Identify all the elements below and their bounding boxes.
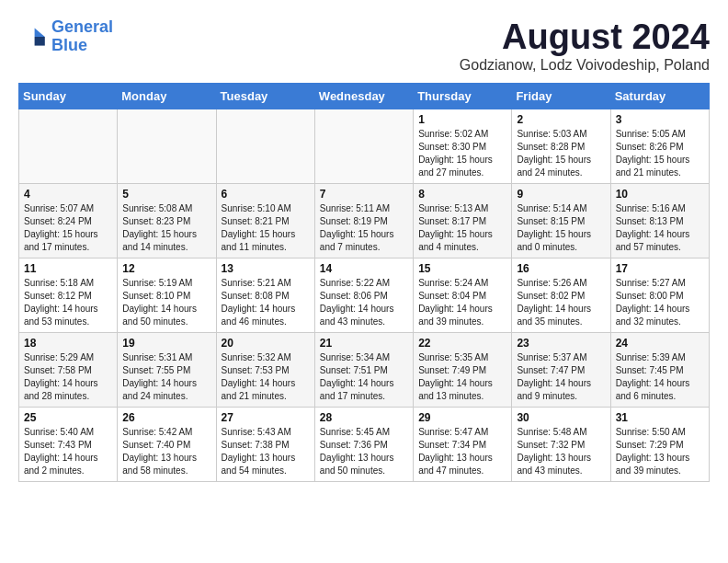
day-number: 5 (122, 188, 210, 201)
day-info: Sunrise: 5:40 AM Sunset: 7:43 PM Dayligh… (24, 426, 112, 477)
day-number: 20 (222, 337, 310, 350)
calendar-cell: 22Sunrise: 5:35 AM Sunset: 7:49 PM Dayli… (414, 332, 512, 407)
day-info: Sunrise: 5:45 AM Sunset: 7:36 PM Dayligh… (320, 426, 408, 477)
day-info: Sunrise: 5:24 AM Sunset: 8:04 PM Dayligh… (418, 277, 506, 328)
calendar-header-row: SundayMondayTuesdayWednesdayThursdayFrid… (19, 83, 710, 109)
logo-icon (18, 22, 48, 52)
day-info: Sunrise: 5:43 AM Sunset: 7:38 PM Dayligh… (222, 426, 310, 477)
day-number: 12 (122, 262, 210, 275)
day-info: Sunrise: 5:42 AM Sunset: 7:40 PM Dayligh… (122, 426, 210, 477)
day-number: 2 (517, 113, 605, 126)
calendar-cell: 21Sunrise: 5:34 AM Sunset: 7:51 PM Dayli… (314, 332, 413, 407)
day-header-wednesday: Wednesday (314, 83, 413, 109)
calendar-cell: 8Sunrise: 5:13 AM Sunset: 8:17 PM Daylig… (414, 183, 512, 258)
day-info: Sunrise: 5:34 AM Sunset: 7:51 PM Dayligh… (320, 351, 408, 403)
calendar-cell (216, 109, 314, 183)
calendar-cell (314, 109, 413, 183)
day-header-friday: Friday (512, 83, 610, 109)
day-info: Sunrise: 5:18 AM Sunset: 8:12 PM Dayligh… (24, 277, 112, 328)
calendar-cell: 23Sunrise: 5:37 AM Sunset: 7:47 PM Dayli… (512, 332, 610, 407)
day-header-tuesday: Tuesday (216, 83, 314, 109)
calendar-week-4: 18Sunrise: 5:29 AM Sunset: 7:58 PM Dayli… (19, 332, 710, 407)
day-number: 9 (517, 188, 605, 201)
day-info: Sunrise: 5:31 AM Sunset: 7:55 PM Dayligh… (122, 351, 210, 403)
day-info: Sunrise: 5:13 AM Sunset: 8:17 PM Dayligh… (418, 202, 506, 254)
calendar-week-5: 25Sunrise: 5:40 AM Sunset: 7:43 PM Dayli… (19, 407, 710, 481)
day-number: 1 (418, 113, 506, 126)
day-number: 6 (222, 188, 310, 201)
day-number: 28 (320, 411, 408, 424)
day-number: 11 (24, 262, 112, 275)
day-number: 27 (222, 411, 310, 424)
day-header-sunday: Sunday (19, 83, 118, 109)
calendar-cell: 25Sunrise: 5:40 AM Sunset: 7:43 PM Dayli… (19, 407, 118, 481)
calendar-cell: 30Sunrise: 5:48 AM Sunset: 7:32 PM Dayli… (512, 407, 610, 481)
calendar-cell: 31Sunrise: 5:50 AM Sunset: 7:29 PM Dayli… (610, 407, 709, 481)
page-subtitle: Godzianow, Lodz Voivodeship, Poland (460, 57, 710, 74)
calendar-cell: 6Sunrise: 5:10 AM Sunset: 8:21 PM Daylig… (216, 183, 314, 258)
day-number: 29 (418, 411, 506, 424)
calendar-cell (118, 109, 216, 183)
day-number: 18 (24, 337, 112, 350)
calendar-week-3: 11Sunrise: 5:18 AM Sunset: 8:12 PM Dayli… (19, 258, 710, 332)
day-number: 16 (517, 262, 605, 275)
day-number: 26 (122, 411, 210, 424)
calendar-cell: 9Sunrise: 5:14 AM Sunset: 8:15 PM Daylig… (512, 183, 610, 258)
calendar-cell: 11Sunrise: 5:18 AM Sunset: 8:12 PM Dayli… (19, 258, 118, 332)
day-info: Sunrise: 5:22 AM Sunset: 8:06 PM Dayligh… (320, 277, 408, 328)
calendar-cell: 10Sunrise: 5:16 AM Sunset: 8:13 PM Dayli… (610, 183, 709, 258)
day-info: Sunrise: 5:47 AM Sunset: 7:34 PM Dayligh… (418, 426, 506, 477)
day-info: Sunrise: 5:35 AM Sunset: 7:49 PM Dayligh… (418, 351, 506, 403)
calendar-cell (19, 109, 118, 183)
day-info: Sunrise: 5:48 AM Sunset: 7:32 PM Dayligh… (517, 426, 605, 477)
day-info: Sunrise: 5:39 AM Sunset: 7:45 PM Dayligh… (616, 351, 704, 403)
day-number: 4 (24, 188, 112, 201)
calendar-cell: 26Sunrise: 5:42 AM Sunset: 7:40 PM Dayli… (118, 407, 216, 481)
day-header-saturday: Saturday (610, 83, 709, 109)
day-number: 22 (418, 337, 506, 350)
day-info: Sunrise: 5:27 AM Sunset: 8:00 PM Dayligh… (616, 277, 704, 328)
day-info: Sunrise: 5:07 AM Sunset: 8:24 PM Dayligh… (24, 202, 112, 254)
calendar-cell: 17Sunrise: 5:27 AM Sunset: 8:00 PM Dayli… (610, 258, 709, 332)
day-info: Sunrise: 5:03 AM Sunset: 8:28 PM Dayligh… (517, 128, 605, 179)
day-number: 21 (320, 337, 408, 350)
logo: General Blue (18, 18, 113, 55)
calendar-cell: 1Sunrise: 5:02 AM Sunset: 8:30 PM Daylig… (414, 109, 512, 183)
day-info: Sunrise: 5:08 AM Sunset: 8:23 PM Dayligh… (122, 202, 210, 254)
day-info: Sunrise: 5:19 AM Sunset: 8:10 PM Dayligh… (122, 277, 210, 328)
day-info: Sunrise: 5:29 AM Sunset: 7:58 PM Dayligh… (24, 351, 112, 403)
calendar-cell: 5Sunrise: 5:08 AM Sunset: 8:23 PM Daylig… (118, 183, 216, 258)
title-block: August 2024 Godzianow, Lodz Voivodeship,… (460, 18, 710, 74)
calendar-table: SundayMondayTuesdayWednesdayThursdayFrid… (18, 83, 710, 482)
calendar-week-1: 1Sunrise: 5:02 AM Sunset: 8:30 PM Daylig… (19, 109, 710, 183)
day-info: Sunrise: 5:21 AM Sunset: 8:08 PM Dayligh… (222, 277, 310, 328)
calendar-cell: 18Sunrise: 5:29 AM Sunset: 7:58 PM Dayli… (19, 332, 118, 407)
calendar-cell: 15Sunrise: 5:24 AM Sunset: 8:04 PM Dayli… (414, 258, 512, 332)
day-header-monday: Monday (118, 83, 216, 109)
day-header-thursday: Thursday (414, 83, 512, 109)
calendar-cell: 4Sunrise: 5:07 AM Sunset: 8:24 PM Daylig… (19, 183, 118, 258)
day-number: 3 (616, 113, 704, 126)
day-number: 31 (616, 411, 704, 424)
day-info: Sunrise: 5:37 AM Sunset: 7:47 PM Dayligh… (517, 351, 605, 403)
svg-marker-2 (35, 37, 45, 46)
day-number: 24 (616, 337, 704, 350)
calendar-cell: 12Sunrise: 5:19 AM Sunset: 8:10 PM Dayli… (118, 258, 216, 332)
day-info: Sunrise: 5:05 AM Sunset: 8:26 PM Dayligh… (616, 128, 704, 179)
day-number: 7 (320, 188, 408, 201)
calendar-cell: 20Sunrise: 5:32 AM Sunset: 7:53 PM Dayli… (216, 332, 314, 407)
day-number: 25 (24, 411, 112, 424)
logo-text: General Blue (51, 18, 113, 55)
day-number: 14 (320, 262, 408, 275)
day-number: 8 (418, 188, 506, 201)
calendar-body: 1Sunrise: 5:02 AM Sunset: 8:30 PM Daylig… (19, 109, 710, 481)
page-title: August 2024 (460, 18, 710, 57)
calendar-cell: 2Sunrise: 5:03 AM Sunset: 8:28 PM Daylig… (512, 109, 610, 183)
calendar-cell: 29Sunrise: 5:47 AM Sunset: 7:34 PM Dayli… (414, 407, 512, 481)
day-number: 15 (418, 262, 506, 275)
day-number: 19 (122, 337, 210, 350)
page-header: General Blue August 2024 Godzianow, Lodz… (18, 18, 710, 74)
day-info: Sunrise: 5:26 AM Sunset: 8:02 PM Dayligh… (517, 277, 605, 328)
svg-marker-1 (35, 28, 45, 37)
calendar-cell: 3Sunrise: 5:05 AM Sunset: 8:26 PM Daylig… (610, 109, 709, 183)
